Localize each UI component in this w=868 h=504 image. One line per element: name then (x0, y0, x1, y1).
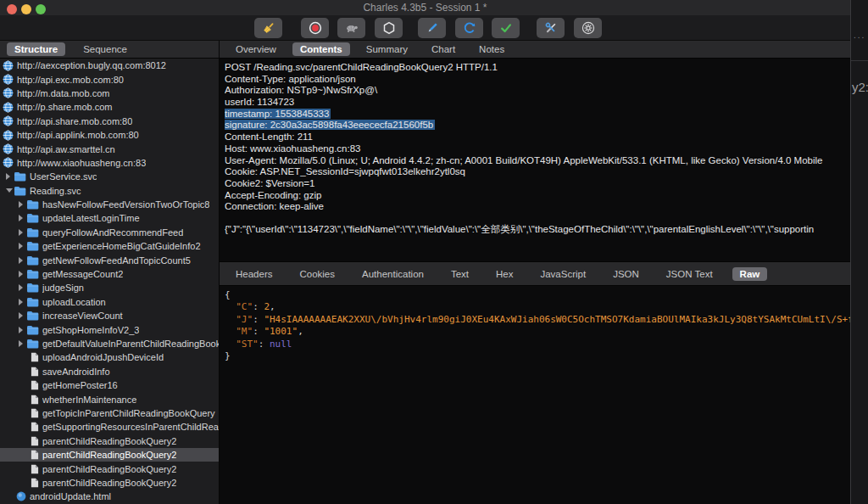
tree-item-service[interactable]: UserService.svc (0, 170, 219, 183)
tree-item-label: http://api.exc.mob.com:80 (17, 75, 124, 85)
background-window-divider (851, 60, 868, 61)
tab-sequence[interactable]: Sequence (75, 42, 135, 56)
header-text: Content-Type: application/json (225, 74, 356, 84)
clear-session-button[interactable] (254, 18, 282, 38)
tree-item-host[interactable]: http://api.aw.smarttel.cn (0, 142, 219, 155)
doc-icon (31, 450, 39, 460)
tab-structure[interactable]: Structure (7, 42, 65, 56)
request-header-line: Content-Length: 211 (225, 132, 850, 143)
title-bar: Charles 4.3b5 - Session 1 * (0, 0, 850, 15)
tree-item-label: getExperienceHomeBigCatGuideInfo2 (42, 241, 201, 251)
tree-item-method-doc[interactable]: parentChildReadingBookQuery2 (0, 476, 219, 490)
tree-item-method-doc[interactable]: parentChildReadingBookQuery2 (0, 448, 219, 462)
tree-item-method-folder[interactable]: getMessageCount2 (0, 267, 219, 281)
tree-item-method-doc[interactable]: saveAndroidInfo (0, 365, 219, 378)
chevron-right-icon[interactable] (19, 201, 26, 208)
tree-item-method-doc[interactable]: parentChildReadingBookQuery2 (0, 462, 219, 475)
response-tab-hex[interactable]: Hex (488, 267, 520, 281)
chevron-right-icon[interactable] (19, 215, 26, 221)
tree-item-method-doc[interactable]: whetherInMaintenance (0, 392, 219, 406)
tree-item-method-folder[interactable]: getShopHomeInfoV2_3 (0, 322, 219, 336)
tree-item-method-folder[interactable]: getDefaultValueInParentChildReadingBook (0, 337, 219, 350)
tab-chart[interactable]: Chart (424, 42, 463, 56)
response-tab-raw[interactable]: Raw (732, 267, 768, 281)
tab-contents[interactable]: Contents (292, 42, 350, 56)
header-text: Cookie2: $Version=1 (225, 178, 314, 188)
tree-item-host[interactable]: http://api.share.mob.com:80 (0, 115, 219, 128)
tree-item-host[interactable]: http://p.share.mob.com (0, 100, 219, 114)
tree-item-label: getTopicInParentChildReadingBookQuery (42, 408, 215, 418)
chevron-right-icon[interactable] (19, 257, 26, 264)
validate-button[interactable] (492, 18, 520, 38)
response-tab-headers[interactable]: Headers (228, 267, 280, 281)
folder-icon (26, 297, 39, 307)
tools-button[interactable] (537, 18, 565, 38)
chevron-right-icon[interactable] (19, 340, 26, 347)
tree-item-method-doc[interactable]: getTopicInParentChildReadingBookQuery (0, 406, 219, 420)
response-tab-cookies[interactable]: Cookies (292, 267, 342, 281)
tree-item-method-doc[interactable]: uploadAndroidJpushDeviceId (0, 350, 219, 364)
response-tab-text[interactable]: Text (443, 267, 476, 281)
tree-item-method-folder[interactable]: updateLatestLoginTime (0, 211, 219, 225)
folder-icon (26, 325, 39, 335)
tree-item-label: getMessageCount2 (42, 269, 123, 279)
chevron-right-icon[interactable] (19, 229, 26, 236)
repeat-button[interactable] (455, 18, 483, 38)
tab-notes[interactable]: Notes (471, 42, 512, 56)
tab-overview[interactable]: Overview (228, 42, 284, 56)
chevron-right-icon[interactable] (19, 327, 26, 333)
tree-item-label: http://p.share.mob.com (17, 102, 113, 112)
response-tab-json[interactable]: JSON (605, 267, 647, 281)
tree-item-host[interactable]: http://www.xiaohuasheng.cn:83 (0, 156, 219, 170)
response-tabs: HeadersCookiesAuthenticationTextHexJavaS… (220, 261, 850, 286)
tree-item-host[interactable]: http://api.exc.mob.com:80 (0, 72, 219, 86)
response-tab-json-text[interactable]: JSON Text (659, 267, 721, 281)
record-button[interactable] (301, 18, 329, 38)
chevron-right-icon[interactable] (19, 243, 26, 249)
response-tab-authentication[interactable]: Authentication (354, 267, 431, 281)
header-text: User-Agent: Mozilla/5.0 (Linux; U; Andro… (225, 155, 822, 165)
tree-item-method-doc[interactable]: getHomePoster16 (0, 378, 219, 392)
html-icon (16, 491, 26, 501)
breakpoints-button[interactable] (375, 18, 403, 38)
tree-item-method-folder[interactable]: queryFollowAndRecommendFeed (0, 226, 219, 239)
raw-json-line: "C": 2, (225, 301, 850, 313)
chevron-right-icon[interactable] (19, 271, 26, 277)
tree-item-method-folder[interactable]: increaseViewCount (0, 309, 219, 322)
tree-item-host[interactable]: http://m.data.mob.com (0, 87, 219, 100)
background-window[interactable]: ... y2: (850, 0, 868, 504)
tree-item-html-doc[interactable]: androidUpdate.html (0, 490, 219, 503)
tree-item-host[interactable]: http://api.applink.mob.com:80 (0, 128, 219, 142)
doc-icon (31, 395, 39, 405)
tree-item-method-folder[interactable]: getNewFollowFeedAndTopicCount5 (0, 253, 219, 266)
window-title: Charles 4.3b5 - Session 1 * (0, 2, 850, 14)
tree-item-service[interactable]: Reading.svc (0, 184, 219, 198)
tree-item-method-doc[interactable]: parentChildReadingBookQuery2 (0, 434, 219, 448)
header-text: userId: 1134723 (225, 97, 294, 107)
tree-item-label: increaseViewCount (42, 311, 123, 321)
request-header-line: Connection: keep-alive (225, 201, 850, 213)
chevron-right-icon[interactable] (6, 173, 14, 180)
compose-button[interactable] (418, 18, 446, 38)
tree-item-label: getHomePoster16 (42, 380, 118, 390)
tree-item-method-folder[interactable]: getExperienceHomeBigCatGuideInfo2 (0, 239, 219, 253)
response-tab-javascript[interactable]: JavaScript (532, 267, 593, 281)
record-icon (309, 21, 322, 35)
tree-item-method-folder[interactable]: hasNewFollowFeedVersionTwoOrTopic8 (0, 198, 219, 211)
chevron-down-icon[interactable] (6, 188, 14, 193)
toolbar (0, 15, 850, 41)
folder-icon (26, 311, 39, 321)
chevron-right-icon[interactable] (19, 284, 26, 291)
tree-item-method-folder[interactable]: uploadLocation (0, 295, 219, 309)
tree-item-method-folder[interactable]: judgeSign (0, 281, 219, 294)
chevron-right-icon[interactable] (19, 312, 26, 319)
tree-item-host[interactable]: http://aexception.bugly.qq.com:8012 (0, 59, 219, 72)
tools-icon (544, 21, 558, 35)
tree-item-method-doc[interactable]: getSupportingResourcesInParentChildRea (0, 420, 219, 434)
raw-response-pane: { "C": 2, "J": "H4sIAAAAAAAEAK2XXU\/bVhj… (220, 286, 850, 504)
tab-summary[interactable]: Summary (359, 42, 415, 56)
settings-button[interactable] (574, 18, 602, 38)
tree-item-label: Reading.svc (30, 186, 81, 196)
throttling-button[interactable] (337, 18, 365, 38)
chevron-right-icon[interactable] (19, 299, 26, 305)
